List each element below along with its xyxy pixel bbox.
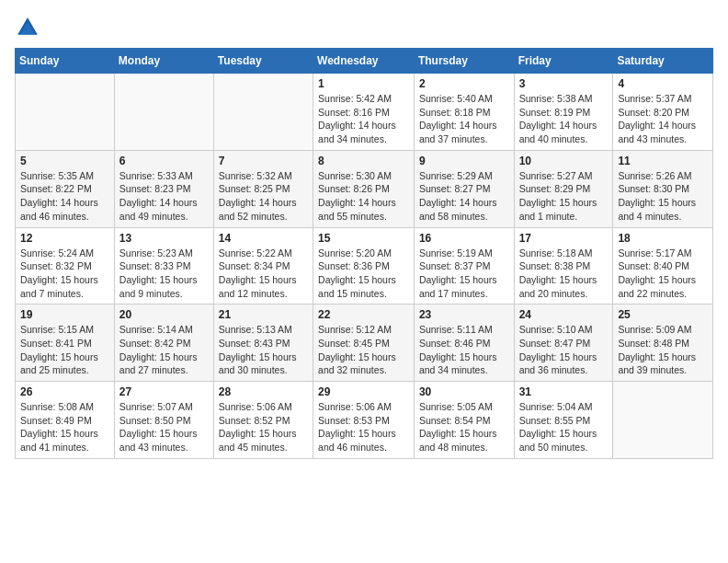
day-info: Sunrise: 5:38 AMSunset: 8:19 PMDaylight:… [519,92,609,146]
calendar-cell: 9Sunrise: 5:29 AMSunset: 8:27 PMDaylight… [414,150,514,227]
calendar-cell: 26Sunrise: 5:08 AMSunset: 8:49 PMDayligh… [16,382,115,459]
day-of-week-header: Thursday [414,49,514,74]
day-info: Sunrise: 5:09 AMSunset: 8:48 PMDaylight:… [618,323,708,377]
calendar-cell: 18Sunrise: 5:17 AMSunset: 8:40 PMDayligh… [613,227,713,304]
calendar-header: SundayMondayTuesdayWednesdayThursdayFrid… [16,49,713,74]
calendar-cell [114,74,213,151]
day-info: Sunrise: 5:27 AMSunset: 8:29 PMDaylight:… [519,169,609,224]
calendar-cell: 3Sunrise: 5:38 AMSunset: 8:19 PMDaylight… [514,74,613,151]
day-number: 11 [618,155,708,167]
day-info: Sunrise: 5:22 AMSunset: 8:34 PMDaylight:… [219,247,308,301]
calendar-week-row: 26Sunrise: 5:08 AMSunset: 8:49 PMDayligh… [16,382,713,459]
calendar-cell: 12Sunrise: 5:24 AMSunset: 8:32 PMDayligh… [16,227,115,304]
day-number: 22 [318,308,409,321]
calendar-cell: 29Sunrise: 5:06 AMSunset: 8:53 PMDayligh… [313,382,415,459]
page-header [15,15,713,40]
calendar-cell: 10Sunrise: 5:27 AMSunset: 8:29 PMDayligh… [514,150,613,227]
day-number: 5 [20,155,109,167]
calendar-cell: 20Sunrise: 5:14 AMSunset: 8:42 PMDayligh… [114,304,213,382]
day-info: Sunrise: 5:15 AMSunset: 8:41 PMDaylight:… [20,323,109,377]
calendar-week-row: 1Sunrise: 5:42 AMSunset: 8:16 PMDaylight… [16,74,713,151]
day-info: Sunrise: 5:18 AMSunset: 8:38 PMDaylight:… [519,247,609,301]
day-number: 29 [318,385,409,398]
day-info: Sunrise: 5:30 AMSunset: 8:26 PMDaylight:… [318,169,409,224]
day-info: Sunrise: 5:06 AMSunset: 8:52 PMDaylight:… [219,400,308,454]
day-number: 16 [419,232,509,245]
day-info: Sunrise: 5:37 AMSunset: 8:20 PMDaylight:… [618,92,708,146]
day-of-week-header: Friday [514,49,613,74]
day-info: Sunrise: 5:10 AMSunset: 8:47 PMDaylight:… [519,323,609,377]
day-info: Sunrise: 5:06 AMSunset: 8:53 PMDaylight:… [318,400,409,454]
calendar-cell: 15Sunrise: 5:20 AMSunset: 8:36 PMDayligh… [313,227,415,304]
day-number: 4 [618,77,708,90]
logo-icon [15,15,40,40]
calendar-cell: 27Sunrise: 5:07 AMSunset: 8:50 PMDayligh… [114,382,213,459]
calendar-cell: 25Sunrise: 5:09 AMSunset: 8:48 PMDayligh… [613,304,713,382]
day-number: 30 [419,385,509,398]
calendar-cell: 5Sunrise: 5:35 AMSunset: 8:22 PMDaylight… [16,150,115,227]
day-number: 6 [119,155,209,167]
day-number: 20 [119,308,209,321]
day-number: 24 [519,308,609,321]
calendar-cell: 16Sunrise: 5:19 AMSunset: 8:37 PMDayligh… [414,227,514,304]
calendar-cell: 31Sunrise: 5:04 AMSunset: 8:55 PMDayligh… [514,382,613,459]
day-info: Sunrise: 5:35 AMSunset: 8:22 PMDaylight:… [20,169,109,224]
day-info: Sunrise: 5:32 AMSunset: 8:25 PMDaylight:… [219,169,308,224]
day-of-week-header: Wednesday [313,49,415,74]
day-number: 14 [219,232,308,245]
day-number: 26 [20,385,109,398]
day-info: Sunrise: 5:29 AMSunset: 8:27 PMDaylight:… [419,169,509,224]
day-number: 18 [618,232,708,245]
calendar-cell: 24Sunrise: 5:10 AMSunset: 8:47 PMDayligh… [514,304,613,382]
day-info: Sunrise: 5:42 AMSunset: 8:16 PMDaylight:… [318,92,409,146]
day-info: Sunrise: 5:17 AMSunset: 8:40 PMDaylight:… [618,247,708,301]
day-number: 7 [219,155,308,167]
calendar-week-row: 5Sunrise: 5:35 AMSunset: 8:22 PMDaylight… [16,150,713,227]
day-number: 13 [119,232,209,245]
day-info: Sunrise: 5:19 AMSunset: 8:37 PMDaylight:… [419,247,509,301]
calendar-cell [16,74,115,151]
day-info: Sunrise: 5:12 AMSunset: 8:45 PMDaylight:… [318,323,409,377]
day-info: Sunrise: 5:08 AMSunset: 8:49 PMDaylight:… [20,400,109,454]
day-number: 19 [20,308,109,321]
day-of-week-header: Tuesday [213,49,313,74]
calendar-cell: 21Sunrise: 5:13 AMSunset: 8:43 PMDayligh… [213,304,313,382]
day-of-week-header: Sunday [16,49,115,74]
calendar-cell: 23Sunrise: 5:11 AMSunset: 8:46 PMDayligh… [414,304,514,382]
calendar-cell: 22Sunrise: 5:12 AMSunset: 8:45 PMDayligh… [313,304,415,382]
day-number: 2 [419,77,509,90]
day-number: 12 [20,232,109,245]
day-number: 9 [419,155,509,167]
day-info: Sunrise: 5:26 AMSunset: 8:30 PMDaylight:… [618,169,708,224]
day-info: Sunrise: 5:23 AMSunset: 8:33 PMDaylight:… [119,247,209,301]
day-of-week-header: Monday [114,49,213,74]
calendar-cell: 19Sunrise: 5:15 AMSunset: 8:41 PMDayligh… [16,304,115,382]
calendar-table: SundayMondayTuesdayWednesdayThursdayFrid… [15,48,713,459]
calendar-cell: 7Sunrise: 5:32 AMSunset: 8:25 PMDaylight… [213,150,313,227]
calendar-cell: 30Sunrise: 5:05 AMSunset: 8:54 PMDayligh… [414,382,514,459]
day-info: Sunrise: 5:14 AMSunset: 8:42 PMDaylight:… [119,323,209,377]
calendar-cell [213,74,313,151]
calendar-cell: 11Sunrise: 5:26 AMSunset: 8:30 PMDayligh… [613,150,713,227]
logo [15,15,44,40]
calendar-cell: 1Sunrise: 5:42 AMSunset: 8:16 PMDaylight… [313,74,415,151]
day-info: Sunrise: 5:04 AMSunset: 8:55 PMDaylight:… [519,400,609,454]
day-number: 31 [519,385,609,398]
calendar-cell: 8Sunrise: 5:30 AMSunset: 8:26 PMDaylight… [313,150,415,227]
day-number: 10 [519,155,609,167]
day-number: 27 [119,385,209,398]
day-info: Sunrise: 5:24 AMSunset: 8:32 PMDaylight:… [20,247,109,301]
day-info: Sunrise: 5:20 AMSunset: 8:36 PMDaylight:… [318,247,409,301]
day-number: 17 [519,232,609,245]
calendar-week-row: 19Sunrise: 5:15 AMSunset: 8:41 PMDayligh… [16,304,713,382]
calendar-cell [613,382,713,459]
day-of-week-header: Saturday [613,49,713,74]
day-info: Sunrise: 5:33 AMSunset: 8:23 PMDaylight:… [119,169,209,224]
day-info: Sunrise: 5:13 AMSunset: 8:43 PMDaylight:… [219,323,308,377]
calendar-cell: 2Sunrise: 5:40 AMSunset: 8:18 PMDaylight… [414,74,514,151]
day-info: Sunrise: 5:07 AMSunset: 8:50 PMDaylight:… [119,400,209,454]
day-info: Sunrise: 5:05 AMSunset: 8:54 PMDaylight:… [419,400,509,454]
day-info: Sunrise: 5:11 AMSunset: 8:46 PMDaylight:… [419,323,509,377]
day-number: 15 [318,232,409,245]
day-info: Sunrise: 5:40 AMSunset: 8:18 PMDaylight:… [419,92,509,146]
